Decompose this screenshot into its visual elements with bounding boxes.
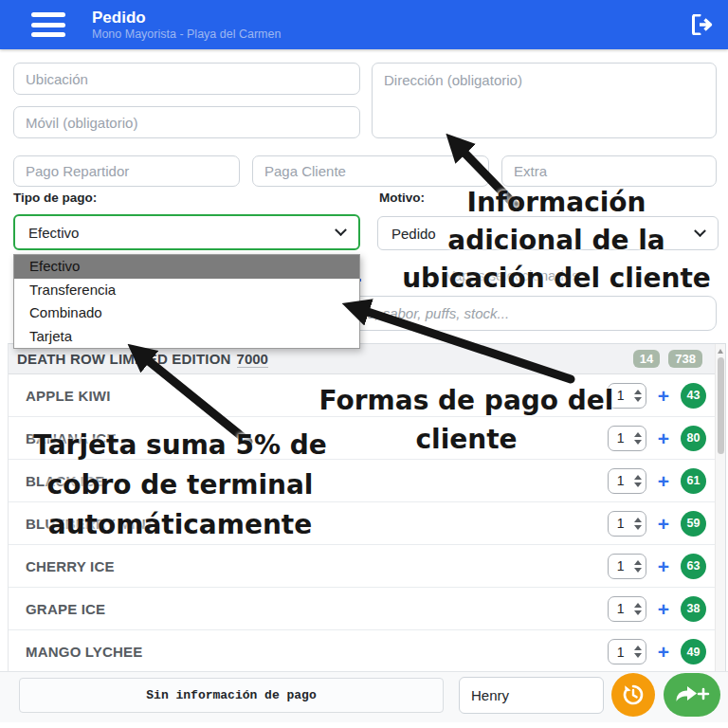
direccion-textarea[interactable]: [372, 63, 717, 138]
stock-badge: 61: [681, 468, 706, 494]
logout-icon[interactable]: [692, 14, 715, 35]
scrollbar-up-arrow-icon[interactable]: [718, 349, 723, 354]
pedido-app: Pedido Mono Mayorista - Playa del Carmen…: [0, 0, 728, 728]
add-product-button[interactable]: +: [658, 428, 669, 448]
spinner-arrows-icon[interactable]: [634, 432, 642, 445]
quantity-value: 1: [617, 473, 625, 488]
tipo-de-pago-selected-value: Efectivo: [28, 225, 79, 241]
product-row: BANANA ICE 1 + 80: [9, 417, 725, 460]
quantity-stepper[interactable]: 1: [608, 468, 646, 494]
quantity-value: 1: [617, 430, 625, 446]
product-name: CHERRY ICE: [26, 558, 115, 574]
add-product-button[interactable]: +: [658, 556, 669, 576]
quantity-value: 1: [617, 558, 625, 573]
product-name: MANGO LYCHEE: [26, 644, 143, 660]
tipo-de-pago-select[interactable]: Efectivo: [13, 214, 360, 250]
stock-badge: 43: [681, 383, 706, 409]
stock-badge: 63: [681, 554, 706, 579]
row-controls: 1 + 38: [608, 596, 706, 622]
tipo-de-pago-label: Tipo de pago:: [13, 191, 97, 205]
tipo-de-pago-dropdown: Efectivo Transferencia Combinado Tarjeta: [13, 254, 360, 349]
stock-badge: 38: [681, 596, 706, 622]
add-product-button[interactable]: +: [658, 514, 669, 534]
quantity-value: 1: [617, 645, 625, 660]
dropdown-option-efectivo[interactable]: Efectivo: [14, 255, 359, 279]
paga-cliente-input[interactable]: [252, 155, 489, 187]
quantity-value: 1: [617, 516, 625, 531]
row-controls: 1 + 49: [608, 639, 706, 664]
row-controls: 1 + 61: [608, 468, 706, 494]
quantity-stepper[interactable]: 1: [608, 511, 646, 537]
hamburger-menu-icon[interactable]: [31, 12, 65, 37]
chevron-down-icon: [694, 225, 706, 237]
spinner-arrows-icon[interactable]: [634, 603, 642, 615]
product-row: BLACK ICE 1 + 61: [9, 460, 725, 502]
group-badges: 14 738: [633, 350, 702, 368]
add-product-button[interactable]: +: [658, 386, 669, 406]
product-row: BLUEBERRY MINT 1 + 59: [9, 502, 725, 545]
quantity-stepper[interactable]: 1: [608, 639, 646, 664]
footer-bar: Sin información de pago: [0, 671, 728, 722]
spinner-arrows-icon[interactable]: [634, 646, 642, 658]
product-row: GRAPE ICE 1 + 38: [9, 588, 725, 630]
spinner-arrows-icon[interactable]: [634, 475, 642, 487]
motivo-label: Motivo:: [379, 191, 425, 205]
row-controls: 1 + 59: [608, 511, 706, 537]
group-puffs: 7000: [237, 351, 268, 368]
dropdown-option-tarjeta[interactable]: Tarjeta: [14, 325, 359, 349]
add-product-button[interactable]: +: [658, 599, 669, 619]
page-subtitle: Mono Mayorista - Playa del Carmen: [92, 27, 281, 42]
add-product-button[interactable]: +: [658, 471, 669, 491]
extra-input[interactable]: [501, 155, 717, 187]
product-row: MANGO LYCHEE 1 + 49: [9, 630, 725, 673]
titles: Pedido Mono Mayorista - Playa del Carmen: [92, 9, 281, 42]
spinner-arrows-icon[interactable]: [634, 390, 642, 402]
scrollbar-thumb[interactable]: [718, 357, 724, 454]
product-list: DEATH ROW LIMITED EDITION 7000 14 738 AP…: [8, 343, 726, 672]
product-name: BANANA ICE: [26, 430, 117, 446]
quantity-stepper[interactable]: 1: [608, 596, 646, 622]
movil-input[interactable]: [13, 106, 360, 138]
history-button[interactable]: [611, 673, 655, 717]
selected-count-badge: 14: [633, 350, 660, 368]
product-row: CHERRY ICE 1 + 63: [9, 545, 725, 588]
quantity-stepper[interactable]: 1: [608, 554, 646, 579]
page-title: Pedido: [92, 9, 281, 27]
quantity-stepper[interactable]: 1: [608, 383, 646, 409]
history-icon: [621, 682, 646, 707]
quantity-value: 1: [617, 388, 625, 403]
product-rows: APPLE KIWI 1 + 43 BANANA ICE 1 + 80: [9, 374, 725, 673]
group-name: DEATH ROW LIMITED EDITION: [17, 351, 231, 367]
add-product-button[interactable]: +: [658, 642, 669, 662]
stock-badge: 80: [681, 426, 706, 451]
stock-badge: 59: [681, 511, 706, 537]
spinner-arrows-icon[interactable]: [634, 560, 642, 573]
quantity-value: 1: [617, 601, 625, 616]
chevron-down-icon: [335, 224, 347, 236]
product-name: APPLE KIWI: [26, 388, 111, 404]
quantity-stepper[interactable]: 1: [608, 426, 646, 451]
product-name: BLUEBERRY MINT: [26, 516, 155, 532]
row-controls: 1 + 43: [608, 383, 706, 409]
ubicacion-input[interactable]: [13, 63, 360, 95]
customer-name-input[interactable]: [459, 677, 604, 714]
total-stock-badge: 738: [668, 350, 702, 368]
pago-repartidor-input[interactable]: [13, 155, 240, 187]
row-controls: 1 + 63: [608, 554, 706, 579]
product-row: APPLE KIWI 1 + 43: [9, 374, 725, 417]
dropdown-option-combinado[interactable]: Combinado: [14, 301, 359, 325]
product-name: GRAPE ICE: [26, 601, 105, 617]
stock-badge: 49: [681, 639, 706, 664]
product-name: BLACK ICE: [26, 473, 104, 489]
submit-order-button[interactable]: [664, 673, 720, 717]
dropdown-option-transferencia[interactable]: Transferencia: [14, 279, 359, 302]
vapes-seleccionados-label: Vapes seleccionados: [446, 267, 579, 283]
payment-info-button[interactable]: Sin información de pago: [19, 678, 444, 713]
top-bar: Pedido Mono Mayorista - Playa del Carmen: [0, 0, 728, 49]
motivo-selected-value: Pedido: [391, 226, 436, 242]
spinner-arrows-icon[interactable]: [634, 518, 642, 530]
share-plus-icon: [674, 683, 710, 706]
motivo-select[interactable]: Pedido: [377, 216, 719, 250]
list-scrollbar[interactable]: [715, 344, 725, 671]
row-controls: 1 + 80: [608, 426, 706, 451]
